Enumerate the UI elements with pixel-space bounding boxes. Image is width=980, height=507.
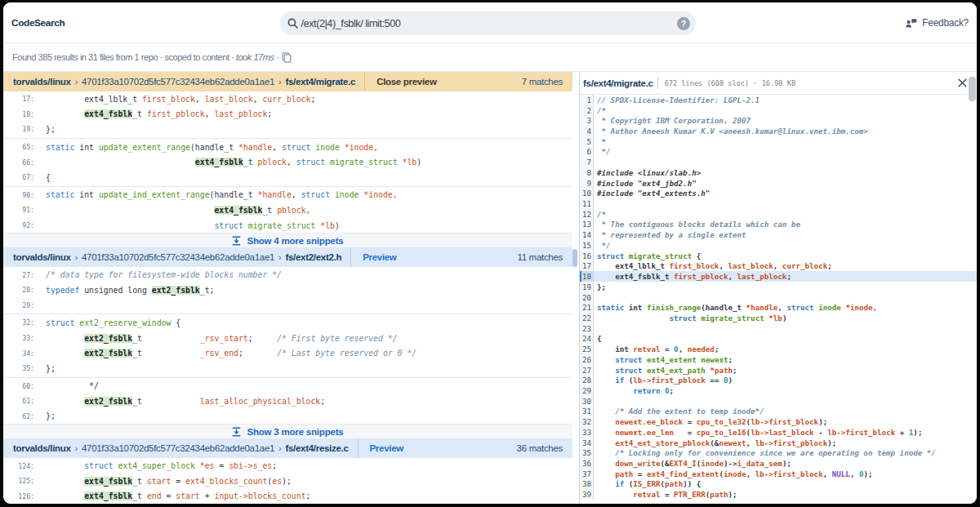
code-snippet-line[interactable]: 28:typedef unsigned long ext2_fsblk_t; [3,282,572,298]
preview-line-text: /* Locking only for convenience since we… [594,448,936,457]
code-snippet-line[interactable]: 62:}; [3,409,572,425]
code-snippet-line[interactable]: 17: ext4_lblk_t first_block, last_block,… [3,91,572,107]
code-snippet-line[interactable]: 33: ext2_fsblk_t _rsv_start; /* First by… [3,331,572,346]
preview-code-line[interactable]: 26 struct ext4_extent newext; [580,354,977,365]
code-snippet-line[interactable]: 18: ext4_fsblk_t first_pblock, last_pblo… [3,107,572,122]
code-token-k: struct [296,158,325,167]
preview-code-line[interactable]: 13 * The contiguous blocks details which… [580,220,977,230]
copy-icon[interactable] [282,52,292,63]
code-snippet-line[interactable]: 29: [3,298,572,314]
snippet-line-text: typedef unsigned long ext2_fsblk_t; [34,286,214,295]
preview-code-line[interactable]: 25 int retval = 0, needed; [580,344,977,354]
result-repo-name: torvalds/linux [13,77,71,87]
preview-line-text: */ [594,241,611,250]
code-token-p: ; [248,334,277,343]
result-file-header[interactable]: torvalds/linux›4701f33a10702d5fc577c3243… [3,438,572,458]
code-snippet-line[interactable]: 27:/* data type for filesystem-wide bloc… [3,267,572,282]
code-snippet-line[interactable]: 32:struct ext2_reserve_window { [3,315,572,331]
code-snippet-line[interactable]: 35:}; [3,361,572,376]
code-snippet-line[interactable]: 92: struct migrate_struct *lb) [3,218,572,233]
code-snippet-line[interactable]: 90:static int update_ind_extent_range(ha… [3,188,572,203]
preview-panel: fs/ext4/migrate.c 672 lines (608 sloc) ·… [580,72,977,504]
code-snippet-line[interactable]: 61: ext2_fsblk_t last_alloc_physical_blo… [3,394,572,409]
snippet-line-text: ext4_fsblk_t start = ext4_blocks_count(e… [34,477,292,486]
preview-code-line[interactable]: 18 ext4_fsblk_t first_pblock, last_pbloc… [580,271,977,282]
code-snippet-line[interactable]: 91: ext4_fsblk_t pblock, [3,202,572,218]
code-snippet-line[interactable]: 125: ext4_fsblk_t start = ext4_blocks_co… [3,474,572,489]
code-token-p [597,479,615,488]
preview-code-line[interactable]: 9#include "ext4_jbd2.h" [580,178,977,189]
code-snippet-line[interactable]: 124: struct ext4_super_block *es = sbi->… [3,458,572,474]
preview-code-line[interactable]: 1// SPDX-License-Identifier: LGPL-2.1 [580,95,977,105]
preview-code-line[interactable]: 27 struct ext4_ext_path *path; [580,365,977,376]
preview-button[interactable]: Preview [370,443,403,453]
preview-code-line[interactable]: 37 path = ext4_find_extent(inode, lb->fi… [580,469,977,479]
preview-code-line[interactable]: 23 [580,323,977,334]
preview-code-line[interactable]: 32 newext.ee_block = cpu_to_le32(lb->fir… [580,416,977,427]
code-token-p: = [660,490,674,499]
code-snippet-line[interactable]: 67:{ [3,170,572,185]
result-file-header[interactable]: torvalds/linux›4701f33a10702d5fc577c3243… [3,72,572,91]
preview-code-line[interactable]: 38 if (IS_ERR(path)) { [580,479,977,490]
preview-code-line[interactable]: 4 * Author Aneesh Kumar K.V <aneesh.kuma… [580,126,977,136]
preview-code-line[interactable]: 33 newext.ee_len = cpu_to_le16(lb->last_… [580,427,977,438]
preview-code-line[interactable]: 24{ [580,334,977,345]
preview-line-gutter: 29 [580,385,594,396]
gutter-border [593,261,594,272]
preview-code-line[interactable]: 15 */ [580,240,977,251]
preview-line-number: 21 [580,302,591,313]
results-scrollbar-thumb[interactable] [572,249,577,267]
code-snippet-line[interactable]: 65:static int update_extent_range(handle… [3,140,572,155]
gutter-border [593,469,594,479]
preview-code-line[interactable]: 30 [580,396,977,407]
preview-code-line[interactable]: 21static int finish_range(handle_t *hand… [580,302,977,313]
code-token-o: ext4_ext_store_pblock [615,438,710,447]
code-snippet-line[interactable]: 66: ext4_fsblk_t pblock, struct migrate_… [3,154,572,170]
preview-code-line[interactable]: 29 return 0; [580,385,977,396]
close-preview-button[interactable]: Close preview [376,77,436,87]
snippet-line-number: 125: [3,477,34,485]
preview-code-line[interactable]: 20 [580,292,977,303]
feedback-button[interactable]: Feedback? [905,2,969,43]
preview-code-line[interactable]: 14 * represented by a single extent [580,229,977,240]
preview-button[interactable]: Preview [363,252,396,262]
code-token-p: int [624,303,647,312]
code-snippet-line[interactable]: 60: */ [3,379,572,394]
snippet-line-number: 91: [3,206,34,214]
preview-code-line[interactable]: 17 ext4_lblk_t first_block, last_block, … [580,261,977,272]
search-input[interactable]: /ext(2|4)_fsblk/ limit:500 ? [280,11,696,35]
preview-code-line[interactable]: 34 ext4_ext_store_pblock(&newext, lb->fi… [580,438,977,448]
result-file-header[interactable]: torvalds/linux›4701f33a10702d5fc577c3243… [3,247,572,267]
code-snippet-line[interactable]: 19:}; [3,122,572,137]
preview-code-line[interactable]: 31 /* Add the extent to temp inode*/ [580,407,977,417]
preview-code-line[interactable]: 35 /* Locking only for convenience since… [580,447,977,458]
preview-code-line[interactable]: 16struct migrate_struct { [580,251,977,261]
preview-code-line[interactable]: 36 down_write(&EXT4_I(inode)->i_data_sem… [580,458,977,469]
preview-code-line[interactable]: 28 if (lb->first_pblock == 0) [580,375,977,385]
code-token-o: i_data_sem [737,459,782,468]
preview-code-line[interactable]: 39 retval = PTR_ERR(path); [580,489,977,500]
preview-code-line[interactable]: 12/* [580,209,977,220]
search-help-icon[interactable]: ? [677,17,690,30]
preview-code-line[interactable]: 3 * Copyright IBM Corporation, 2007 [580,115,977,126]
code-token-o: _rsv_start [200,334,248,343]
preview-code-line[interactable]: 8#include <linux/slab.h> [580,167,977,178]
code-snippet-line[interactable]: 34: ext2_fsblk_t _rsv_end; /* Last byte … [3,345,572,361]
preview-code-line[interactable]: 22 struct migrate_struct *lb) [580,313,977,323]
preview-code-line[interactable]: 6 */ [580,147,977,158]
code-token-g: inode [818,303,841,312]
code-token-p: ) [335,221,340,230]
preview-code-line[interactable]: 7 [580,157,977,167]
show-more-snippets-button[interactable]: Show 4 more snippets [3,233,572,247]
preview-code-line[interactable]: 5 * [580,136,977,147]
code-snippet-line[interactable]: 126: ext4_fsblk_t end = start + input->b… [3,488,572,504]
preview-code-line[interactable]: 10#include "ext4_extents.h" [580,188,977,198]
preview-line-number: 18 [580,271,591,282]
code-token-p: , [272,143,282,152]
preview-scrollbar-thumb[interactable] [969,77,976,101]
close-preview-icon[interactable] [958,78,967,87]
preview-code-line[interactable]: 11 [580,198,977,209]
preview-code-line[interactable]: 2/* [580,105,977,116]
show-more-snippets-button[interactable]: Show 3 more snippets [3,424,572,438]
preview-code-line[interactable]: 19}; [580,282,977,292]
